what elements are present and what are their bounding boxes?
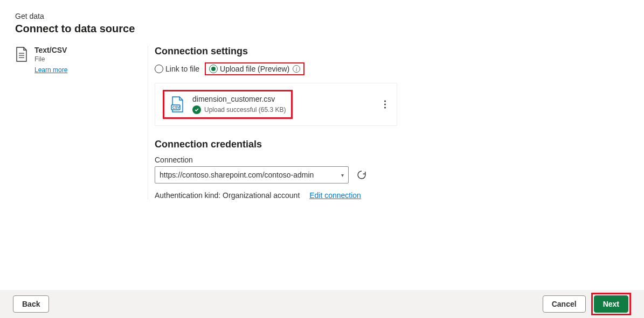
info-icon[interactable]: i (293, 65, 300, 73)
source-subtitle: File (34, 55, 67, 63)
connection-settings-title: Connection settings (155, 46, 629, 57)
edit-connection-link[interactable]: Edit connection (309, 191, 361, 200)
upload-status-text: Upload successful (65.3 KB) (204, 106, 286, 114)
page-title: Connect to data source (15, 23, 629, 35)
csv-file-icon: CSV (170, 96, 185, 112)
radio-link-to-file[interactable]: Link to file (155, 65, 199, 73)
radio-link-label: Link to file (165, 65, 199, 73)
sidebar-source-summary: Text/CSV File Learn more (15, 46, 148, 200)
learn-more-link[interactable]: Learn more (34, 66, 67, 74)
connection-credentials-title: Connection credentials (155, 139, 629, 150)
highlight-next-button: Next (591, 293, 631, 315)
source-name: Text/CSV (34, 46, 67, 54)
highlight-upload-radio: Upload file (Preview) i (205, 62, 304, 75)
next-button[interactable]: Next (594, 295, 628, 313)
document-icon (15, 46, 28, 200)
breadcrumb: Get data (15, 12, 629, 20)
radio-upload-label: Upload file (Preview) (220, 65, 289, 73)
radio-upload-file[interactable]: Upload file (Preview) i (209, 65, 300, 73)
chevron-down-icon: ▾ (341, 172, 344, 178)
uploaded-file-name: dimension_customer.csv (192, 95, 286, 103)
more-options-button[interactable] (381, 97, 389, 112)
cancel-button[interactable]: Cancel (543, 295, 586, 313)
radio-checked-icon (209, 65, 218, 73)
check-icon (192, 105, 201, 114)
svg-text:CSV: CSV (172, 105, 180, 109)
authentication-kind-text: Authentication kind: Organizational acco… (155, 191, 300, 200)
footer-bar: Back Cancel Next (0, 290, 644, 318)
connection-select[interactable]: https://contoso.sharepoint.com/contoso-a… (155, 166, 349, 183)
highlight-uploaded-file: CSV dimension_customer.csv Upload succes… (163, 90, 293, 119)
uploaded-file-card: CSV dimension_customer.csv Upload succes… (155, 83, 397, 126)
radio-unchecked-icon (155, 65, 163, 73)
connection-select-value: https://contoso.sharepoint.com/contoso-a… (160, 171, 314, 179)
connection-field-label: Connection (155, 156, 629, 164)
refresh-button[interactable] (356, 169, 367, 180)
back-button[interactable]: Back (13, 295, 49, 313)
